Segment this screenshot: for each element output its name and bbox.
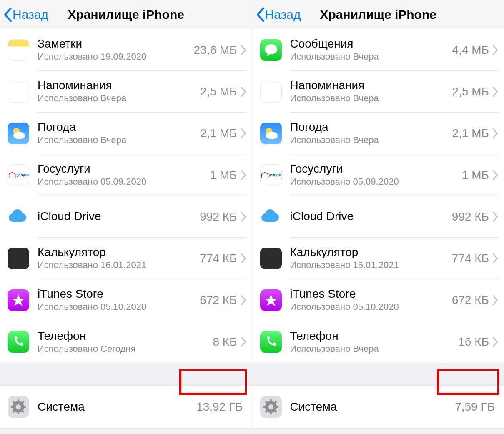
svg-line-26 bbox=[266, 411, 267, 412]
section-gap bbox=[253, 363, 504, 386]
weather-icon bbox=[260, 123, 282, 144]
app-name: Напоминания bbox=[38, 79, 200, 92]
chevron-left-icon bbox=[3, 8, 13, 22]
app-name: Госуслуги bbox=[290, 162, 462, 176]
chevron-right-icon bbox=[241, 337, 246, 347]
app-row[interactable]: ТелефонИспользовано Вчера 16 КБ bbox=[253, 321, 504, 363]
chevron-right-icon bbox=[492, 128, 498, 138]
app-size: 1 МБ bbox=[210, 168, 237, 182]
notes-icon bbox=[8, 39, 29, 61]
app-size: 774 КБ bbox=[452, 252, 489, 265]
app-row[interactable]: iTunes StoreИспользовано 05.10.2020 672 … bbox=[0, 279, 252, 321]
app-subtitle: Использовано Вчера bbox=[290, 93, 452, 104]
phone-icon bbox=[8, 331, 29, 353]
app-size: 774 КБ bbox=[200, 252, 237, 265]
app-subtitle: Использовано 19.09.2020 bbox=[38, 51, 194, 62]
section-gap bbox=[0, 363, 252, 386]
app-row[interactable]: НапоминанияИспользовано Вчера 2,5 МБ bbox=[0, 71, 252, 113]
app-row[interactable]: iCloud Drive 992 КБ bbox=[253, 196, 504, 238]
app-name: iCloud Drive bbox=[38, 210, 200, 223]
app-row[interactable]: ПогодаИспользовано Вчера 2,1 МБ bbox=[0, 113, 252, 154]
system-size: 13,92 ГБ bbox=[196, 400, 243, 414]
app-size: 8 КБ bbox=[213, 335, 237, 349]
app-subtitle: Использовано Вчера bbox=[290, 135, 452, 146]
app-subtitle: Использовано 16.01.2021 bbox=[38, 260, 200, 271]
system-row[interactable]: Система 7,59 ГБ bbox=[253, 386, 504, 428]
app-size: 992 КБ bbox=[452, 210, 489, 223]
app-row[interactable]: ЗаметкиИспользовано 19.09.2020 23,6 МБ bbox=[0, 29, 252, 71]
chevron-right-icon bbox=[492, 170, 498, 180]
svg-line-25 bbox=[275, 401, 276, 403]
system-size: 7,59 ГБ bbox=[455, 400, 495, 414]
system-row[interactable]: Система 13,92 ГБ bbox=[0, 386, 252, 428]
app-size: 2,1 МБ bbox=[452, 127, 489, 140]
system-label: Система bbox=[38, 400, 196, 414]
app-name: Заметки bbox=[38, 37, 194, 50]
app-row[interactable]: услуги ГосуслугиИспользовано 05.09.2020 … bbox=[253, 154, 504, 196]
app-size: 2,5 МБ bbox=[452, 85, 489, 98]
gosuslugi-icon: услуги bbox=[8, 164, 29, 186]
weather-icon bbox=[8, 123, 29, 144]
app-size: 992 КБ bbox=[200, 210, 237, 223]
back-label: Назад bbox=[265, 8, 301, 22]
chevron-right-icon bbox=[241, 87, 246, 97]
app-name: iTunes Store bbox=[38, 287, 200, 301]
chevron-right-icon bbox=[241, 253, 246, 263]
back-button[interactable]: Назад bbox=[253, 8, 301, 22]
svg-point-1 bbox=[13, 132, 25, 139]
chevron-right-icon bbox=[492, 337, 498, 347]
phone-icon bbox=[260, 331, 282, 353]
app-row[interactable]: ПогодаИспользовано Вчера 2,1 МБ bbox=[253, 113, 504, 154]
storage-pane-left: Назад Хранилище iPhone ЗаметкиИспользова… bbox=[0, 0, 252, 434]
app-row[interactable]: НапоминанияИспользовано Вчера 2,5 МБ bbox=[253, 71, 504, 113]
app-subtitle: Использовано Вчера bbox=[38, 93, 200, 104]
app-row[interactable]: КалькуляторИспользовано 16.01.2021 774 К… bbox=[253, 238, 504, 279]
icloud-icon bbox=[260, 206, 282, 228]
reminders-icon bbox=[260, 81, 282, 103]
app-size: 672 КБ bbox=[452, 294, 489, 307]
system-label: Система bbox=[290, 400, 455, 414]
app-name: iCloud Drive bbox=[290, 210, 452, 223]
app-row[interactable]: услуги ГосуслугиИспользовано 05.09.2020 … bbox=[0, 154, 252, 196]
app-name: Госуслуги bbox=[38, 162, 210, 176]
nav-header: Назад Хранилище iPhone bbox=[0, 0, 252, 29]
app-subtitle: Использовано 05.09.2020 bbox=[38, 176, 210, 187]
svg-line-11 bbox=[22, 401, 24, 403]
chevron-right-icon bbox=[241, 170, 246, 180]
chevron-right-icon bbox=[241, 128, 246, 138]
svg-point-4 bbox=[16, 404, 21, 409]
reminders-icon bbox=[8, 81, 29, 103]
app-row[interactable]: iTunes StoreИспользовано 05.10.2020 672 … bbox=[253, 279, 504, 321]
app-row[interactable]: iCloud Drive 992 КБ bbox=[0, 196, 252, 238]
svg-line-23 bbox=[266, 401, 267, 403]
chevron-right-icon bbox=[241, 212, 246, 222]
chevron-right-icon bbox=[492, 212, 498, 222]
back-button[interactable]: Назад bbox=[0, 8, 48, 22]
app-subtitle: Использовано 05.10.2020 bbox=[290, 301, 452, 312]
app-subtitle: Использовано 05.10.2020 bbox=[38, 301, 200, 312]
chevron-right-icon bbox=[492, 87, 498, 97]
app-row[interactable]: СообщенияИспользовано Вчера 4,4 МБ bbox=[253, 29, 504, 71]
settings-icon bbox=[8, 396, 29, 418]
app-row[interactable]: КалькуляторИспользовано 16.01.2021 774 К… bbox=[0, 238, 252, 279]
svg-marker-16 bbox=[265, 294, 277, 306]
settings-icon bbox=[260, 396, 282, 418]
app-list: ЗаметкиИспользовано 19.09.2020 23,6 МБ Н… bbox=[0, 29, 252, 363]
app-name: Калькулятор bbox=[290, 246, 452, 259]
calculator-icon bbox=[8, 248, 29, 269]
svg-line-10 bbox=[22, 411, 24, 412]
app-row[interactable]: ТелефонИспользовано Сегодня 8 КБ bbox=[0, 321, 252, 363]
app-name: Сообщения bbox=[290, 37, 452, 50]
svg-line-24 bbox=[275, 411, 276, 412]
bottom-gap bbox=[253, 428, 504, 434]
chevron-right-icon bbox=[492, 253, 498, 263]
app-subtitle: Использовано Сегодня bbox=[38, 344, 213, 354]
app-name: iTunes Store bbox=[290, 287, 452, 301]
messages-icon bbox=[260, 39, 282, 61]
svg-line-12 bbox=[13, 411, 15, 412]
app-name: Погода bbox=[290, 120, 452, 134]
app-subtitle: Использовано 16.01.2021 bbox=[290, 260, 452, 271]
system-section: Система 7,59 ГБ bbox=[253, 386, 504, 428]
app-subtitle: Использовано Вчера bbox=[38, 135, 200, 146]
chevron-right-icon bbox=[492, 295, 498, 305]
